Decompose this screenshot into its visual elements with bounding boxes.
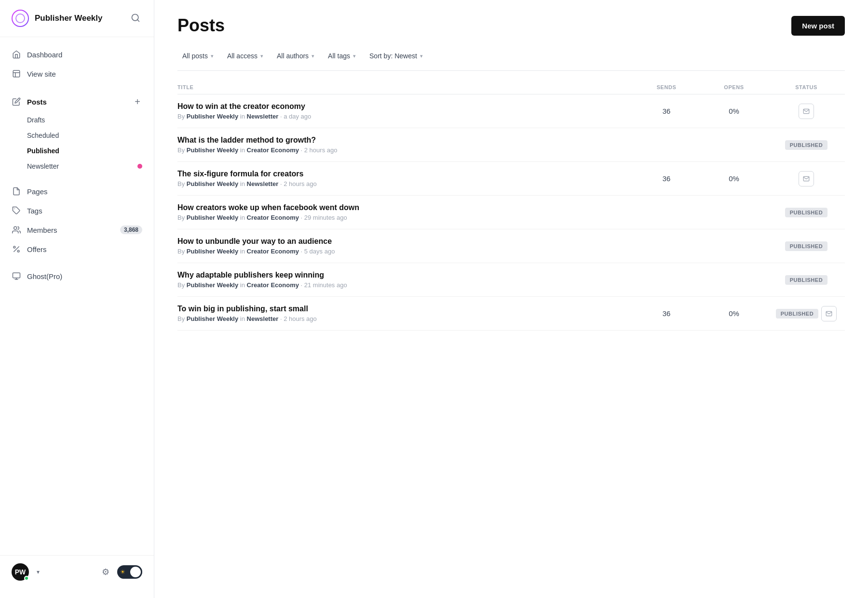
drafts-label: Drafts — [27, 116, 45, 124]
status-combined: PUBLISHED — [776, 306, 837, 321]
post-meta: By Publisher Weekly in Creator Economy ·… — [177, 214, 633, 221]
users-icon — [12, 225, 21, 235]
sidebar-item-label: View site — [27, 70, 56, 78]
post-meta: By Publisher Weekly in Creator Economy ·… — [177, 248, 633, 255]
sidebar-footer: PW ▾ ⚙ ☀ — [0, 555, 154, 588]
table-row[interactable]: How to win at the creator economyBy Publ… — [177, 94, 845, 128]
chevron-down-icon[interactable]: ▾ — [37, 569, 40, 575]
dark-mode-toggle[interactable]: ☀ — [117, 565, 142, 579]
svg-point-6 — [14, 226, 17, 229]
post-meta: By Publisher Weekly in Creator Economy ·… — [177, 146, 633, 154]
post-title: How creators woke up when facebook went … — [177, 203, 633, 212]
brand: Publisher Weekly — [12, 10, 102, 27]
filter-all-posts[interactable]: All posts ▾ — [177, 49, 218, 63]
sidebar-item-dashboard[interactable]: Dashboard — [0, 45, 154, 64]
sidebar-item-label: Dashboard — [27, 51, 62, 59]
sidebar-header: Publisher Weekly — [0, 0, 154, 37]
post-title: How to unbundle your way to an audience — [177, 237, 633, 246]
sidebar-item-members[interactable]: Members 3,868 — [0, 220, 154, 239]
post-title: How to win at the creator economy — [177, 102, 633, 111]
post-author: Publisher Weekly — [187, 281, 238, 289]
sidebar-item-offers[interactable]: Offers — [0, 239, 154, 259]
brand-logo-icon — [12, 10, 29, 27]
post-tag: Creator Economy — [247, 214, 299, 221]
toggle-knob — [130, 567, 141, 577]
scheduled-label: Scheduled — [27, 132, 59, 139]
filter-all-access[interactable]: All access ▾ — [222, 49, 268, 63]
post-opens: 0% — [700, 174, 768, 183]
sidebar-item-pages[interactable]: Pages — [0, 182, 154, 201]
page-header: Posts New post — [177, 15, 845, 36]
post-tag: Creator Economy — [247, 146, 299, 154]
page-title: Posts — [177, 15, 225, 36]
table-row[interactable]: How to unbundle your way to an audienceB… — [177, 229, 845, 263]
newsletter-notification-dot — [137, 164, 142, 169]
email-status-icon — [821, 306, 837, 321]
post-status — [768, 104, 845, 119]
sidebar-item-scheduled[interactable]: Scheduled — [27, 128, 154, 143]
main-content: Posts New post All posts ▾ All access ▾ … — [154, 0, 868, 598]
status-badge: PUBLISHED — [785, 275, 828, 285]
sidebar-item-view-site[interactable]: View site — [0, 64, 154, 83]
post-meta: By Publisher Weekly in Newsletter · a da… — [177, 113, 633, 120]
post-status: PUBLISHED — [768, 275, 845, 285]
post-title-cell: The six-figure formula for creatorsBy Pu… — [177, 170, 633, 187]
table-header: Title Sends Opens Status — [177, 80, 845, 94]
table-row[interactable]: What is the ladder method to growth?By P… — [177, 128, 845, 162]
published-label: Published — [27, 147, 59, 155]
col-title: Title — [177, 84, 633, 90]
avatar[interactable]: PW — [12, 563, 29, 581]
status-badge: PUBLISHED — [785, 140, 828, 150]
svg-point-8 — [14, 246, 15, 248]
chevron-down-icon: ▾ — [260, 53, 263, 59]
layout-icon — [12, 69, 21, 79]
sidebar-item-published[interactable]: Published — [27, 143, 154, 159]
new-post-icon-button[interactable]: + — [133, 96, 142, 107]
new-post-button[interactable]: New post — [791, 16, 845, 36]
sidebar-item-drafts[interactable]: Drafts — [27, 112, 154, 128]
filter-sort[interactable]: Sort by: Newest ▾ — [365, 49, 428, 63]
status-badge: PUBLISHED — [776, 309, 819, 319]
filter-all-tags[interactable]: All tags ▾ — [323, 49, 361, 63]
col-status: Status — [768, 84, 845, 90]
table-row[interactable]: The six-figure formula for creatorsBy Pu… — [177, 162, 845, 196]
post-sends: 36 — [633, 107, 700, 115]
tag-icon — [12, 206, 21, 215]
percent-icon — [12, 244, 21, 254]
post-status: PUBLISHED — [768, 241, 845, 251]
post-author: Publisher Weekly — [187, 315, 238, 322]
post-tag: Creator Economy — [247, 281, 299, 289]
chevron-down-icon: ▾ — [312, 53, 314, 59]
posts-table: How to win at the creator economyBy Publ… — [177, 94, 845, 331]
members-badge: 3,868 — [120, 226, 142, 234]
sidebar-item-newsletter[interactable]: Newsletter — [27, 159, 154, 174]
newsletter-label: Newsletter — [27, 162, 59, 170]
home-icon — [12, 50, 21, 59]
post-status — [768, 171, 845, 186]
sidebar-item-ghost-pro[interactable]: Ghost(Pro) — [0, 266, 154, 286]
post-author: Publisher Weekly — [187, 180, 238, 187]
sidebar-item-label: Tags — [27, 207, 42, 215]
svg-line-7 — [14, 247, 19, 252]
post-title: What is the ladder method to growth? — [177, 136, 633, 145]
edit-icon — [12, 97, 21, 106]
sidebar-item-posts[interactable]: Posts + — [0, 91, 154, 112]
sidebar-item-tags[interactable]: Tags — [0, 201, 154, 220]
col-sends: Sends — [633, 84, 700, 90]
post-status: PUBLISHED — [768, 306, 845, 321]
gear-icon[interactable]: ⚙ — [102, 567, 109, 577]
post-status: PUBLISHED — [768, 140, 845, 150]
post-tag: Creator Economy — [247, 248, 299, 255]
table-row[interactable]: How creators woke up when facebook went … — [177, 196, 845, 229]
post-meta: By Publisher Weekly in Newsletter · 2 ho… — [177, 180, 633, 187]
sidebar-item-label: Offers — [27, 245, 47, 253]
post-title-cell: How creators woke up when facebook went … — [177, 203, 633, 221]
status-badge: PUBLISHED — [785, 241, 828, 251]
search-button[interactable] — [129, 11, 142, 26]
table-row[interactable]: To win big in publishing, start smallBy … — [177, 297, 845, 331]
filters-bar: All posts ▾ All access ▾ All authors ▾ A… — [177, 49, 845, 71]
chevron-down-icon: ▾ — [420, 53, 423, 59]
post-meta: By Publisher Weekly in Newsletter · 2 ho… — [177, 315, 633, 322]
filter-all-authors[interactable]: All authors ▾ — [272, 49, 319, 63]
table-row[interactable]: Why adaptable publishers keep winningBy … — [177, 263, 845, 297]
